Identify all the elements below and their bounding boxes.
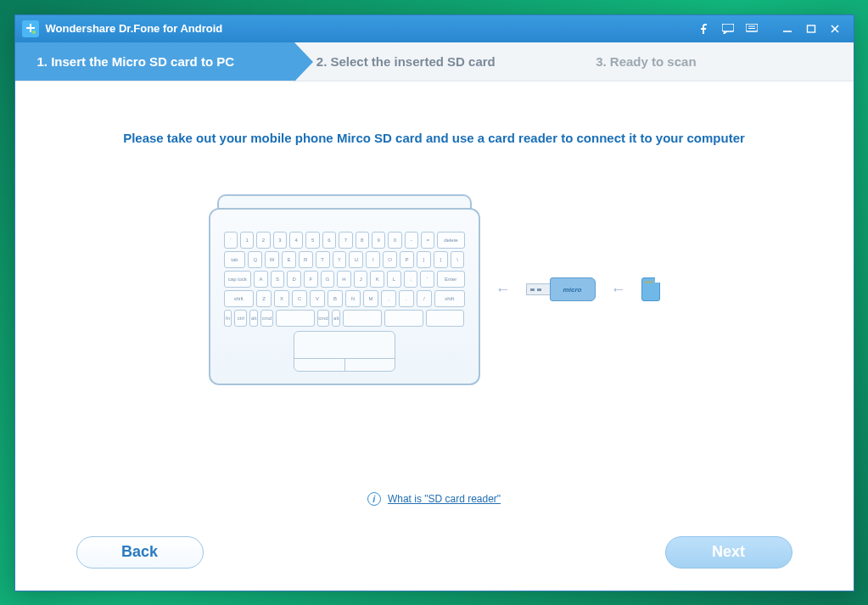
info-row: i What is "SD card reader" bbox=[15, 492, 854, 506]
info-icon: i bbox=[367, 492, 381, 506]
key: Enter bbox=[437, 271, 465, 288]
app-window: Wondershare Dr.Fone for Android 1. Inser… bbox=[14, 14, 854, 591]
usb-body-label: micro bbox=[550, 277, 596, 301]
title-bar: Wondershare Dr.Fone for Android bbox=[15, 15, 854, 42]
key: 6 bbox=[322, 232, 336, 249]
app-title: Wondershare Dr.Fone for Android bbox=[46, 22, 223, 35]
key: 7 bbox=[339, 232, 352, 249]
svg-point-0 bbox=[32, 31, 36, 34]
key: J bbox=[354, 271, 368, 288]
key: N bbox=[345, 290, 361, 307]
key bbox=[343, 310, 382, 327]
key: 3 bbox=[273, 232, 287, 249]
key: ; bbox=[404, 271, 418, 288]
facebook-icon[interactable] bbox=[692, 19, 716, 39]
key: fn bbox=[224, 310, 232, 327]
key bbox=[384, 310, 423, 327]
key: cap lock bbox=[224, 271, 252, 288]
key: I bbox=[366, 251, 380, 268]
app-logo-icon bbox=[22, 20, 39, 37]
footer: Back Next bbox=[15, 531, 854, 574]
key: [ bbox=[417, 251, 431, 268]
svg-rect-2 bbox=[746, 24, 758, 31]
key: 8 bbox=[356, 232, 369, 249]
close-button[interactable] bbox=[823, 19, 847, 39]
usb-reader-illustration: micro bbox=[526, 277, 596, 301]
key: D bbox=[287, 271, 301, 288]
key: / bbox=[417, 290, 432, 307]
key: K bbox=[370, 271, 384, 288]
next-button-label: Next bbox=[712, 543, 745, 561]
key: R bbox=[299, 251, 313, 268]
key: C bbox=[292, 290, 307, 307]
key: X bbox=[274, 290, 289, 307]
key: cmd bbox=[317, 310, 330, 327]
svg-rect-6 bbox=[807, 25, 815, 32]
back-button[interactable]: Back bbox=[76, 536, 204, 569]
sd-card-illustration bbox=[641, 277, 660, 301]
key: W bbox=[265, 251, 279, 268]
step-2-label: 2. Select the inserted SD card bbox=[316, 54, 496, 69]
key: P bbox=[400, 251, 414, 268]
key: shift bbox=[434, 290, 465, 307]
key: S bbox=[271, 271, 285, 288]
key: \ bbox=[451, 251, 465, 268]
step-1-tab[interactable]: 1. Insert the Micro SD card to PC bbox=[15, 42, 294, 81]
key: H bbox=[337, 271, 351, 288]
trackpad-illustration bbox=[294, 331, 395, 372]
key: A bbox=[254, 271, 268, 288]
step-1-label: 1. Insert the Micro SD card to PC bbox=[37, 54, 235, 69]
arrow-left-icon: ← bbox=[611, 281, 626, 299]
main-content: Please take out your mobile phone Mirco … bbox=[15, 81, 854, 523]
key: Z bbox=[256, 290, 272, 307]
key: 4 bbox=[289, 232, 303, 249]
key bbox=[276, 310, 315, 327]
key: ] bbox=[434, 251, 448, 268]
arrow-left-icon: ← bbox=[496, 281, 511, 299]
key: 0 bbox=[388, 232, 401, 249]
step-tabs: 1. Insert the Micro SD card to PC 2. Sel… bbox=[15, 42, 854, 81]
key: F bbox=[304, 271, 318, 288]
key: alt bbox=[332, 310, 340, 327]
svg-rect-1 bbox=[722, 24, 734, 31]
feedback-icon[interactable] bbox=[740, 19, 764, 39]
key: delete bbox=[437, 232, 464, 249]
key: M bbox=[363, 290, 378, 307]
key: , bbox=[381, 290, 396, 307]
maximize-button[interactable] bbox=[799, 19, 823, 39]
step-2-tab[interactable]: 2. Select the inserted SD card bbox=[294, 42, 574, 81]
key: Q bbox=[248, 251, 262, 268]
key bbox=[426, 310, 465, 327]
key: ctrl bbox=[234, 310, 247, 327]
key: O bbox=[383, 251, 397, 268]
step-3-label: 3. Ready to scan bbox=[596, 54, 696, 69]
next-button[interactable]: Next bbox=[665, 536, 792, 569]
illustration: `1234567890-=deletetabQWERTYUIOP[]\cap l… bbox=[209, 194, 660, 385]
key: ` bbox=[224, 232, 238, 249]
message-icon[interactable] bbox=[716, 19, 740, 39]
key: G bbox=[321, 271, 335, 288]
minimize-button[interactable] bbox=[776, 19, 799, 39]
key: alt bbox=[249, 310, 258, 327]
key: Y bbox=[333, 251, 347, 268]
key: U bbox=[349, 251, 363, 268]
key: 9 bbox=[372, 232, 385, 249]
key: E bbox=[282, 251, 296, 268]
key: cmd bbox=[260, 310, 273, 327]
back-button-label: Back bbox=[121, 543, 158, 561]
key: = bbox=[421, 232, 434, 249]
laptop-illustration: `1234567890-=deletetabQWERTYUIOP[]\cap l… bbox=[209, 194, 480, 385]
instruction-text: Please take out your mobile phone Mirco … bbox=[123, 131, 745, 145]
key: 2 bbox=[256, 232, 270, 249]
step-3-tab[interactable]: 3. Ready to scan bbox=[574, 42, 853, 81]
key: V bbox=[310, 290, 325, 307]
key: . bbox=[399, 290, 414, 307]
key: T bbox=[316, 251, 330, 268]
key: 5 bbox=[305, 232, 319, 249]
sd-card-reader-link[interactable]: What is "SD card reader" bbox=[388, 493, 501, 505]
key: ' bbox=[420, 271, 434, 288]
key: B bbox=[328, 290, 343, 307]
key: 1 bbox=[240, 232, 254, 249]
key: L bbox=[387, 271, 401, 288]
key: - bbox=[405, 232, 418, 249]
